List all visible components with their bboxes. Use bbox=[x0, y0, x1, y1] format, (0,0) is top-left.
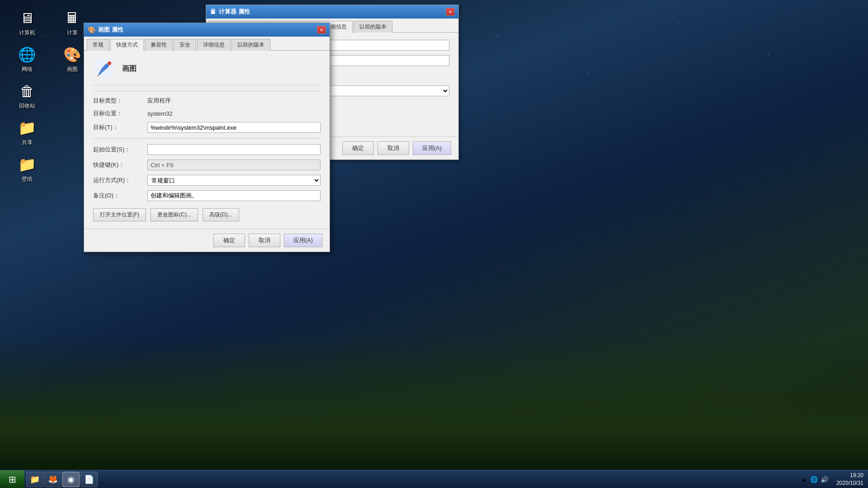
paint-hotkey-label: 快捷键(K)： bbox=[93, 161, 147, 169]
paint-dialog-title-area: 🎨 画图 属性 bbox=[88, 26, 123, 34]
paint-run-row: 运行方式(R)： 常规窗口 bbox=[93, 175, 321, 186]
paint-target-loc-label: 目标位置： bbox=[93, 109, 147, 117]
calc-title-controls: ✕ bbox=[446, 8, 455, 16]
calc-tab-prev[interactable]: 以前的版本 bbox=[354, 21, 392, 33]
paint-target-label: 目标(T)： bbox=[93, 123, 147, 131]
calc-title-icon: 🖩 bbox=[210, 8, 216, 15]
paint-target-input[interactable] bbox=[147, 122, 321, 133]
paint-app-icon bbox=[93, 58, 115, 80]
paint-comment-input[interactable] bbox=[147, 190, 321, 201]
desktop-icon-computer[interactable]: 🖥 计算机 bbox=[9, 9, 45, 37]
paint-cancel-button[interactable]: 取消 bbox=[249, 234, 280, 247]
desktop-icon-network[interactable]: 🌐 网络 bbox=[9, 46, 45, 73]
paint-dialog-titlebar: 🎨 画图 属性 ✕ bbox=[84, 23, 330, 37]
paint-properties-dialog: 🎨 画图 属性 ✕ 常规 快捷方式 兼容性 安全 详细信息 以前的版本 bbox=[84, 23, 330, 252]
taskbar-app-file[interactable]: 📄 bbox=[80, 472, 98, 487]
paint-start-row: 起始位置(S)： bbox=[93, 144, 321, 155]
paint-target-loc-row: 目标位置： system32 bbox=[93, 109, 321, 117]
paint-tab-shortcut[interactable]: 快捷方式 bbox=[110, 39, 144, 51]
paint-target-loc-value: system32 bbox=[147, 110, 321, 117]
paint-dialog-content: 画图 目标类型： 应用程序 目标位置： system32 目标(T)： 起始位 bbox=[84, 51, 330, 229]
svg-point-1 bbox=[108, 61, 111, 65]
paint-app-header: 画图 bbox=[93, 58, 321, 85]
recycle-icon: 🗑 bbox=[18, 82, 36, 100]
network-icon: 🌐 bbox=[18, 46, 36, 64]
paint-run-select[interactable]: 常规窗口 bbox=[147, 175, 321, 186]
paint-advanced-button[interactable]: 高级(D)... bbox=[203, 208, 239, 221]
calc-cancel-button[interactable]: 取消 bbox=[377, 141, 409, 155]
desktop-icon-recycle[interactable]: 🗑 回收站 bbox=[9, 82, 45, 110]
calc-dialog-title: 计算器 属性 bbox=[219, 8, 250, 16]
paint-target-type-value: 应用程序 bbox=[147, 97, 321, 105]
taskbar-time-display: 19:20 2020/10/31 bbox=[836, 472, 863, 487]
paint-ok-button[interactable]: 确定 bbox=[213, 234, 245, 247]
taskbar-app-firefox[interactable]: 🦊 bbox=[44, 472, 61, 487]
paint-comment-row: 备注(O)： bbox=[93, 190, 321, 201]
tray-volume-icon[interactable]: 🔊 bbox=[821, 476, 828, 483]
wallpaper-icon: 📁 bbox=[18, 155, 36, 174]
paint-tab-security[interactable]: 安全 bbox=[174, 39, 196, 51]
paint-tab-general[interactable]: 常规 bbox=[87, 39, 109, 51]
paint-hotkey-row: 快捷键(K)： bbox=[93, 160, 321, 170]
calc-icon: 🖩 bbox=[63, 9, 81, 27]
paint-start-input[interactable] bbox=[147, 144, 321, 155]
paint-target-row: 目标(T)： bbox=[93, 122, 321, 133]
paint-dialog-footer: 确定 取消 应用(A) bbox=[84, 229, 330, 252]
paint-open-location-button[interactable]: 打开文件位置(F) bbox=[93, 208, 146, 221]
paint-tab-compat[interactable]: 兼容性 bbox=[145, 39, 173, 51]
computer-icon: 🖥 bbox=[18, 9, 36, 27]
calc-ok-button[interactable]: 确定 bbox=[342, 141, 374, 155]
start-button[interactable]: ⊞ bbox=[0, 470, 24, 488]
calc-apply-button[interactable]: 应用(A) bbox=[413, 141, 451, 155]
paint-action-buttons: 打开文件位置(F) 更改图标(C)... 高级(D)... bbox=[93, 208, 321, 221]
paint-start-label: 起始位置(S)： bbox=[93, 145, 147, 154]
paint-hotkey-input[interactable] bbox=[147, 160, 321, 170]
paint-run-label: 运行方式(R)： bbox=[93, 176, 147, 184]
tray-expand-icon[interactable]: ▲ bbox=[801, 476, 807, 483]
paint-tab-prev[interactable]: 以前的版本 bbox=[231, 39, 270, 51]
calc-dialog-title-area: 🖩 计算器 属性 bbox=[210, 8, 250, 16]
calc-close-button[interactable]: ✕ bbox=[446, 8, 455, 16]
clock-time: 19:20 bbox=[836, 472, 863, 479]
paint-target-type-label: 目标类型： bbox=[93, 97, 147, 105]
paint-shortcut-icon: 🎨 bbox=[63, 46, 81, 64]
paint-separator-1 bbox=[93, 91, 321, 91]
desktop-icon-wallpaper[interactable]: 📁 壁纸 bbox=[9, 155, 45, 183]
calc-dialog-titlebar: 🖩 计算器 属性 ✕ bbox=[206, 5, 458, 19]
taskbar-app-chrome[interactable]: ◉ bbox=[62, 472, 80, 487]
desktop-icon-share[interactable]: 📁 共享 bbox=[9, 119, 45, 146]
taskbar: ⊞ 📁 🦊 ◉ 📄 ▲ 🌐 🔊 19:20 2020/10/31 bbox=[0, 470, 868, 488]
paint-title-controls: ✕ bbox=[317, 26, 326, 34]
clock-date: 2020/10/31 bbox=[836, 479, 863, 487]
paint-comment-label: 备注(O)： bbox=[93, 192, 147, 200]
taskbar-tray-icons: ▲ 🌐 🔊 bbox=[797, 476, 832, 483]
paint-close-button[interactable]: ✕ bbox=[317, 26, 326, 34]
desktop: 🖥 计算机 🌐 网络 🗑 回收站 📁 共享 📁 壁纸 🖩 计算 🎨 画图 bbox=[0, 0, 868, 488]
paint-app-name: 画图 bbox=[122, 64, 137, 74]
share-icon: 📁 bbox=[18, 119, 36, 137]
paint-apply-button[interactable]: 应用(A) bbox=[284, 234, 322, 247]
tray-network-icon: 🌐 bbox=[810, 476, 818, 483]
desktop-icon-group-left: 🖥 计算机 🌐 网络 🗑 回收站 📁 共享 📁 壁纸 bbox=[9, 9, 45, 183]
taskbar-clock[interactable]: 19:20 2020/10/31 bbox=[832, 472, 868, 487]
taskbar-apps: 📁 🦊 ◉ 📄 bbox=[24, 470, 797, 488]
paint-change-icon-button[interactable]: 更改图标(C)... bbox=[151, 208, 198, 221]
paint-dialog-title: 画图 属性 bbox=[98, 26, 123, 34]
taskbar-app-explorer[interactable]: 📁 bbox=[26, 472, 43, 487]
paint-separator-2 bbox=[93, 138, 321, 139]
paint-tab-details[interactable]: 详细信息 bbox=[197, 39, 231, 51]
paint-title-icon: 🎨 bbox=[88, 26, 95, 33]
paint-dialog-tabs: 常规 快捷方式 兼容性 安全 详细信息 以前的版本 bbox=[84, 37, 330, 51]
paint-target-type-row: 目标类型： 应用程序 bbox=[93, 97, 321, 105]
